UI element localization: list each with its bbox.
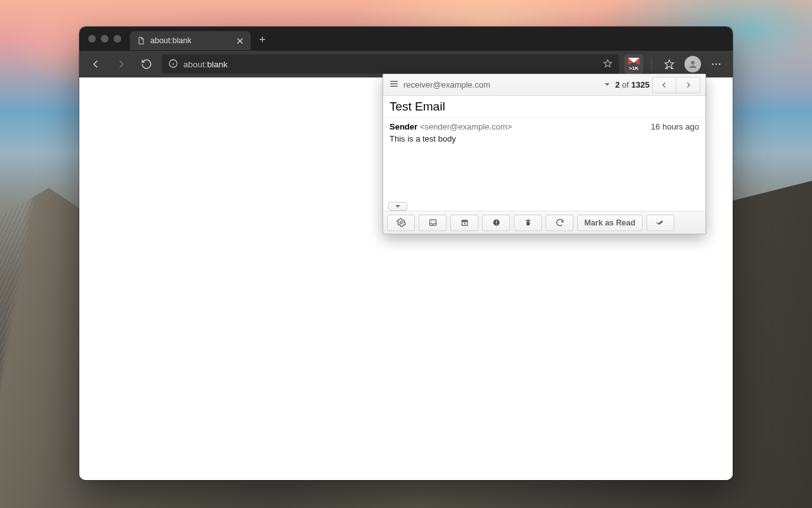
archive-button[interactable] bbox=[450, 215, 478, 231]
profile-avatar[interactable] bbox=[684, 56, 701, 72]
svg-point-5 bbox=[691, 61, 695, 65]
prev-message-button[interactable] bbox=[652, 77, 676, 93]
close-tab-icon[interactable]: ✕ bbox=[236, 36, 244, 46]
back-button[interactable] bbox=[86, 54, 106, 74]
mark-as-read-button[interactable]: Mark as Read bbox=[577, 215, 643, 231]
account-dropdown-icon[interactable] bbox=[604, 80, 610, 90]
url-host: blank bbox=[207, 60, 228, 69]
tab-title: about:blank bbox=[150, 36, 192, 45]
account-email[interactable]: receiver@example.com bbox=[403, 80, 604, 90]
more-menu-button[interactable] bbox=[706, 54, 726, 74]
settings-button[interactable] bbox=[387, 215, 415, 231]
svg-rect-17 bbox=[495, 224, 496, 224]
url-scheme: about: bbox=[183, 60, 207, 69]
forward-button[interactable] bbox=[111, 54, 131, 74]
favorites-button[interactable] bbox=[659, 54, 679, 74]
email-body: This is a test body bbox=[383, 133, 705, 202]
bookmark-star-icon[interactable] bbox=[603, 58, 613, 70]
svg-point-8 bbox=[719, 64, 721, 65]
titlebar: about:blank ✕ ＋ bbox=[79, 27, 733, 51]
toolbar-separator bbox=[651, 57, 652, 71]
spam-button[interactable] bbox=[482, 215, 510, 231]
gmail-popup-toolbar: Mark as Read bbox=[383, 211, 705, 234]
gmail-extension-button[interactable]: >1K bbox=[624, 55, 643, 74]
svg-point-6 bbox=[712, 64, 714, 65]
message-counter: 2 of 1325 bbox=[615, 80, 650, 90]
window-maximize-button[interactable] bbox=[114, 35, 121, 43]
address-bar[interactable]: about:blank bbox=[162, 55, 619, 74]
site-info-icon[interactable] bbox=[168, 58, 178, 70]
svg-rect-14 bbox=[461, 220, 468, 222]
sender-name: Sender bbox=[390, 122, 417, 131]
window-close-button[interactable] bbox=[88, 35, 96, 43]
svg-point-12 bbox=[400, 222, 402, 224]
gmail-unread-badge: >1K bbox=[629, 66, 639, 71]
page-icon bbox=[136, 36, 145, 45]
url-text: about:blank bbox=[183, 60, 228, 69]
gmail-popup-header: receiver@example.com 2 of 1325 bbox=[383, 74, 705, 96]
email-meta: Sender <sender@example.com> 16 hours ago bbox=[383, 118, 705, 133]
email-sender: Sender <sender@example.com> bbox=[390, 122, 512, 131]
open-inbox-button[interactable] bbox=[419, 215, 447, 231]
window-minimize-button[interactable] bbox=[101, 35, 108, 43]
browser-window: about:blank ✕ ＋ about:blank bbox=[79, 27, 733, 480]
refresh-mail-button[interactable] bbox=[546, 215, 573, 231]
email-time: 16 hours ago bbox=[651, 122, 699, 131]
delete-button[interactable] bbox=[514, 215, 542, 231]
menu-icon[interactable] bbox=[388, 78, 400, 91]
email-subject: Test Email bbox=[383, 96, 705, 118]
refresh-button[interactable] bbox=[136, 54, 157, 74]
mark-all-read-button[interactable] bbox=[646, 215, 674, 231]
window-controls bbox=[88, 35, 121, 43]
svg-rect-16 bbox=[495, 220, 496, 223]
svg-point-7 bbox=[716, 64, 717, 65]
next-message-button[interactable] bbox=[676, 77, 700, 93]
sender-address: <sender@example.com> bbox=[417, 122, 512, 131]
browser-tab[interactable]: about:blank ✕ bbox=[130, 31, 251, 50]
new-tab-button[interactable]: ＋ bbox=[257, 32, 268, 46]
gmail-popup: receiver@example.com 2 of 1325 Test Emai… bbox=[383, 74, 706, 234]
expand-message-button[interactable] bbox=[388, 202, 407, 211]
